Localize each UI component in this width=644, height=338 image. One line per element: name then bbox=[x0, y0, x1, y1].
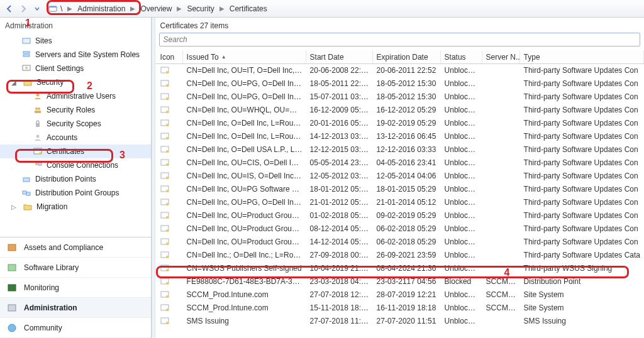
breadcrumb-overview[interactable]: Overview bbox=[138, 4, 174, 13]
table-row[interactable]: CN=Dell Inc, OU=WHQL, OU=Digital...16-12… bbox=[155, 104, 644, 117]
cell-status: Unblocked bbox=[441, 224, 482, 233]
cell-status: Unblocked bbox=[441, 92, 482, 101]
nav-community[interactable]: Community bbox=[0, 318, 151, 338]
chevron-right-icon: ▶ bbox=[219, 5, 225, 12]
cell-issued-to: CN=Dell Inc, OU=PG, O=Dell Inc, L=... bbox=[183, 92, 306, 101]
tree-label: Console Connections bbox=[47, 161, 118, 170]
cell-server-name: SCCM_P... bbox=[482, 290, 520, 299]
table-row[interactable]: CN=Dell Inc, OU=Product Group Rel...01-0… bbox=[155, 209, 644, 222]
svg-point-60 bbox=[166, 295, 169, 298]
cell-issued-to: CN=Dell Inc, OU=PG, O=Dell Inc., L=... bbox=[183, 198, 306, 207]
tree-item-admin-users[interactable]: Administrative Users bbox=[0, 89, 151, 103]
svg-point-40 bbox=[166, 163, 169, 166]
cell-issued-to: CN=Dell Inc, OU=IS, O=Dell Inc., L=... bbox=[183, 172, 306, 180]
table-row[interactable]: CN=WSUS Publishers Self-signed10-04-2019… bbox=[155, 262, 644, 275]
table-row[interactable]: CN=Dell Inc, O=Dell Inc, L=Round R...20-… bbox=[155, 117, 644, 130]
certificate-icon bbox=[155, 67, 183, 74]
tree-label: Distribution Points bbox=[35, 175, 96, 183]
expand-collapse-icon[interactable]: ▷ bbox=[10, 204, 18, 210]
svg-point-46 bbox=[166, 203, 169, 205]
administration-icon bbox=[6, 302, 18, 313]
col-expiration-date[interactable]: Expiration Date bbox=[373, 50, 441, 63]
tree-item-servers[interactable]: Servers and Site System Roles bbox=[0, 48, 151, 62]
expand-collapse-icon[interactable]: ◢ bbox=[10, 79, 18, 86]
breadcrumb-security[interactable]: Security bbox=[184, 4, 216, 13]
cell-status: Unblocked bbox=[441, 172, 482, 180]
table-row[interactable]: CN=Dell Inc, OU=Product Group Rel...14-1… bbox=[155, 236, 644, 249]
cell-issued-to: CN=Dell Inc, OU=CIS, O=Dell Inc., L... bbox=[183, 158, 306, 167]
tree-item-client-settings[interactable]: Client Settings bbox=[0, 62, 151, 75]
tree-item-security-roles[interactable]: Security Roles bbox=[0, 103, 151, 117]
cell-expiration-date: 28-07-2019 12:21 bbox=[373, 290, 441, 299]
nav-back-button[interactable] bbox=[3, 2, 16, 16]
cell-type: Third-party Software Updates Con bbox=[520, 172, 644, 180]
cell-server-name: SCCM_P... bbox=[482, 303, 520, 312]
table-row[interactable]: CN=Dell Inc, OU=IT, O=Dell Inc, L=R...20… bbox=[155, 64, 644, 77]
tree-item-console-connections[interactable]: Console Connections bbox=[0, 158, 151, 172]
cell-expiration-date: 18-05-2012 15:30 bbox=[373, 79, 441, 88]
cell-issued-to: CN=Dell Inc, O=Dell Inc, L=Round R... bbox=[183, 132, 306, 141]
nav-forward-button[interactable] bbox=[16, 2, 30, 16]
svg-point-64 bbox=[166, 322, 169, 324]
cell-issued-to: CN=WSUS Publishers Self-signed bbox=[183, 264, 306, 273]
nav-dropdown-button[interactable] bbox=[30, 2, 44, 16]
table-row[interactable]: CN=Dell Inc, OU=Product Group Rel...08-1… bbox=[155, 222, 644, 236]
col-icon[interactable]: Icon bbox=[155, 50, 183, 63]
chevron-right-icon: ▶ bbox=[67, 5, 72, 12]
col-status[interactable]: Status bbox=[441, 50, 482, 63]
tree-item-distribution-points[interactable]: Distribution Points bbox=[0, 172, 151, 186]
breadcrumb-certificates[interactable]: Certificates bbox=[227, 4, 270, 13]
breadcrumb: \ ▶ Administration ▶ Overview ▶ Security… bbox=[48, 0, 270, 17]
svg-point-14 bbox=[39, 152, 42, 155]
table-row[interactable]: SCCM_Prod.Intune.com15-11-2018 18:1816-1… bbox=[155, 302, 644, 315]
search-input[interactable] bbox=[159, 33, 640, 46]
tree-item-distribution-point-groups[interactable]: Distribution Point Groups bbox=[0, 186, 151, 200]
nav-monitoring[interactable]: Monitoring bbox=[0, 278, 151, 298]
cell-start-date: 18-05-2011 22:27 bbox=[306, 79, 373, 88]
tree-item-accounts[interactable]: Accounts bbox=[0, 131, 151, 144]
certificate-icon bbox=[155, 238, 183, 246]
table-row[interactable]: CN=Dell Inc, OU=PG, O=Dell Inc., L=...21… bbox=[155, 196, 644, 209]
table-row[interactable]: CN=Dell Inc, OU=CIS, O=Dell Inc., L...05… bbox=[155, 156, 644, 170]
table-row[interactable]: SCCM_Prod.Intune.com27-07-2018 12:2128-0… bbox=[155, 288, 644, 302]
nav-administration[interactable]: Administration bbox=[0, 298, 151, 318]
nav-software-library[interactable]: Software Library bbox=[0, 258, 151, 278]
cell-type: Third-party Software Updates Con bbox=[520, 119, 644, 128]
tree-item-security[interactable]: ◢ Security bbox=[0, 75, 151, 89]
table-row[interactable]: CN=Dell Inc, O=Dell USA L.P., L=Rou...12… bbox=[155, 143, 644, 156]
certificate-icon bbox=[155, 304, 183, 312]
tree-item-security-scopes[interactable]: Security Scopes bbox=[0, 117, 151, 131]
cell-expiration-date: 20-06-2011 22:52 bbox=[373, 66, 441, 75]
table-row[interactable]: SMS Issuing27-07-2018 11:5127-07-2020 11… bbox=[155, 315, 644, 328]
tree-item-migration[interactable]: ▷ Migration bbox=[0, 200, 151, 214]
cell-expiration-date: 12-05-2014 04:06 bbox=[373, 172, 441, 180]
breadcrumb-administration[interactable]: Administration bbox=[75, 4, 128, 13]
table-body: CN=Dell Inc, OU=IT, O=Dell Inc, L=R...20… bbox=[155, 64, 644, 338]
navigation-pane: Administration Sites Servers and Site Sy… bbox=[0, 18, 152, 338]
cell-issued-to: SCCM_Prod.Intune.com bbox=[183, 290, 306, 299]
nav-assets-compliance[interactable]: Assets and Compliance bbox=[0, 237, 151, 258]
nav-label: Assets and Compliance bbox=[24, 243, 103, 252]
svg-point-38 bbox=[166, 150, 169, 153]
console-icon bbox=[33, 160, 43, 170]
breadcrumb-root[interactable]: \ bbox=[58, 4, 65, 13]
table-row[interactable]: CN=Dell Inc, OU=IS, O=Dell Inc., L=...12… bbox=[155, 170, 644, 183]
cell-type: Third-party Software Updates Con bbox=[520, 132, 644, 141]
tree-item-certificates[interactable]: Certificates bbox=[0, 144, 151, 158]
table-row[interactable]: FE98808C-7D61-48E3-BD7A-331A3A...23-03-2… bbox=[155, 275, 644, 288]
svg-rect-22 bbox=[8, 285, 16, 291]
col-issued-to[interactable]: Issued To bbox=[183, 50, 306, 63]
col-server-name[interactable]: Server N... bbox=[482, 50, 520, 63]
svg-point-9 bbox=[38, 107, 40, 110]
table-row[interactable]: CN=Dell Inc, OU=PG, O=Dell Inc, L=...18-… bbox=[155, 77, 644, 90]
cell-status: Unblocked bbox=[441, 303, 482, 312]
table-row[interactable]: CN=Dell Inc, OU=PG, O=Dell Inc, L=...15-… bbox=[155, 90, 644, 104]
table-row[interactable]: CN=Dell Inc.; O=Dell Inc.; L=Round R...2… bbox=[155, 249, 644, 262]
table-row[interactable]: CN=Dell Inc, OU=PG Software Devel...18-0… bbox=[155, 183, 644, 196]
svg-point-58 bbox=[166, 282, 169, 285]
col-type[interactable]: Type bbox=[520, 50, 644, 63]
table-row[interactable]: CN=Dell Inc, O=Dell Inc, L=Round R...14-… bbox=[155, 130, 644, 143]
tree-item-sites[interactable]: Sites bbox=[0, 34, 151, 48]
col-start-date[interactable]: Start Date bbox=[306, 50, 373, 63]
svg-point-32 bbox=[166, 111, 169, 113]
